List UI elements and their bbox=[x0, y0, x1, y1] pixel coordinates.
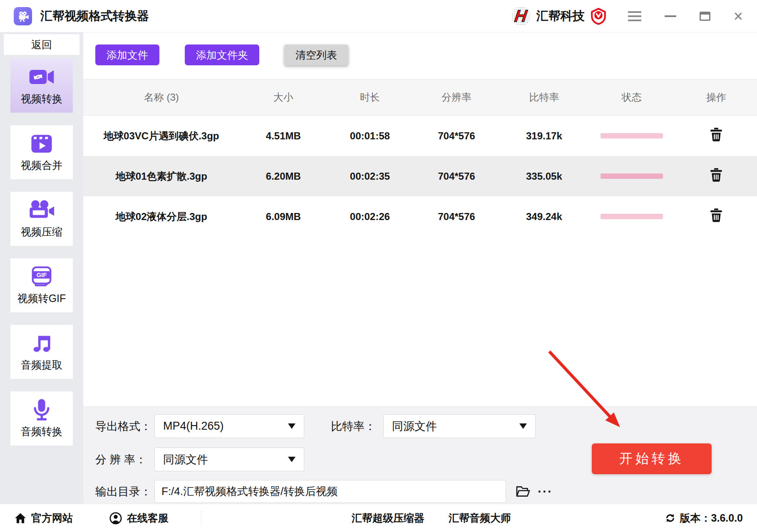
sidebar-item-label: 视频合并 bbox=[21, 158, 62, 172]
menu-icon[interactable] bbox=[628, 11, 641, 21]
progress-bar bbox=[601, 214, 663, 219]
start-convert-button[interactable]: 开始转换 bbox=[592, 443, 712, 474]
export-format-value: MP4(H.265) bbox=[163, 420, 224, 433]
browse-more-button[interactable]: ··· bbox=[538, 485, 553, 498]
delete-icon[interactable] bbox=[710, 168, 722, 182]
bitrate-select[interactable]: 同源文件 bbox=[383, 414, 536, 438]
video-merge-icon bbox=[30, 132, 53, 155]
sidebar-item-label: 视频压缩 bbox=[21, 225, 62, 239]
footer-bar: 官方网站 在线客服 汇帮超级压缩器 汇帮音频大师 版本：3.6.0.0 bbox=[0, 504, 757, 532]
verified-shield-icon bbox=[591, 7, 606, 25]
chevron-down-icon bbox=[288, 423, 295, 429]
super-compressor-link[interactable]: 汇帮超级压缩器 bbox=[352, 511, 424, 525]
resolution-value: 同源文件 bbox=[163, 452, 208, 467]
footer-divider bbox=[201, 510, 201, 526]
output-dir-label: 输出目录： bbox=[95, 484, 154, 499]
header-resolution: 分辨率 bbox=[413, 91, 500, 104]
audio-master-link[interactable]: 汇帮音频大师 bbox=[449, 511, 511, 525]
cell-bitrate: 319.17k bbox=[500, 130, 588, 142]
app-icon bbox=[14, 7, 32, 25]
export-format-select[interactable]: MP4(H.265) bbox=[154, 414, 304, 438]
table-header: 名称 (3) 大小 时长 分辨率 比特率 状态 操作 bbox=[83, 79, 757, 116]
clear-list-button[interactable]: 清空列表 bbox=[284, 45, 348, 65]
refresh-icon bbox=[665, 512, 676, 524]
brand-name: 汇帮科技 bbox=[536, 8, 585, 25]
progress-bar bbox=[601, 173, 663, 179]
version-info: 版本：3.6.0.0 bbox=[665, 511, 743, 525]
header-duration: 时长 bbox=[327, 91, 413, 104]
customer-service-icon bbox=[109, 512, 122, 525]
toolbar: 添加文件 添加文件夹 清空列表 bbox=[83, 32, 757, 65]
header-status: 状态 bbox=[588, 91, 675, 104]
cell-resolution: 704*576 bbox=[413, 171, 500, 182]
cell-duration: 00:01:58 bbox=[327, 130, 413, 142]
audio-convert-icon bbox=[32, 398, 51, 421]
settings-panel: 导出格式： MP4(H.265) 比特率： 同源文件 分 辨 率： 同源文件 输… bbox=[83, 406, 757, 504]
cell-size: 6.20MB bbox=[240, 171, 327, 182]
header-bitrate: 比特率 bbox=[500, 91, 588, 104]
cell-resolution: 704*576 bbox=[413, 211, 500, 223]
chevron-down-icon bbox=[288, 457, 295, 462]
sidebar-item-label: 视频转GIF bbox=[17, 292, 66, 305]
sidebar-item-audio-convert[interactable]: 音频转换 bbox=[10, 391, 73, 445]
sidebar-item-video-merge[interactable]: 视频合并 bbox=[10, 125, 73, 179]
add-file-button[interactable]: 添加文件 bbox=[95, 45, 159, 65]
audio-extract-icon bbox=[31, 332, 52, 354]
chevron-down-icon bbox=[519, 423, 527, 429]
official-site-link[interactable]: 官方网站 bbox=[15, 511, 73, 525]
header-size: 大小 bbox=[240, 91, 327, 104]
sidebar-item-audio-extract[interactable]: 音频提取 bbox=[10, 325, 73, 379]
video-convert-icon bbox=[29, 66, 55, 88]
header-action: 操作 bbox=[675, 91, 757, 104]
sidebar: 返回 视频转换 bbox=[0, 32, 83, 504]
cell-duration: 00:02:26 bbox=[327, 211, 413, 223]
minimize-icon[interactable] bbox=[665, 15, 676, 17]
table-row[interactable]: 地球01色素扩散.3gp 6.20MB 00:02:35 704*576 335… bbox=[83, 156, 757, 196]
cell-size: 6.09MB bbox=[240, 211, 327, 223]
cell-bitrate: 335.05k bbox=[500, 171, 588, 182]
maximize-icon[interactable] bbox=[700, 12, 710, 21]
home-icon bbox=[15, 513, 26, 524]
cell-bitrate: 349.24k bbox=[500, 211, 588, 223]
output-dir-input[interactable]: F:/4.汇帮视频格式转换器/转换后视频 bbox=[154, 480, 506, 503]
export-format-label: 导出格式： bbox=[95, 419, 154, 434]
video-compress-icon bbox=[29, 199, 54, 221]
sidebar-item-video-convert[interactable]: 视频转换 bbox=[10, 59, 73, 113]
header-name: 名称 (3) bbox=[83, 91, 240, 104]
sidebar-item-video-to-gif[interactable]: GIF 视频转GIF bbox=[10, 258, 73, 312]
bitrate-label: 比特率： bbox=[331, 419, 376, 434]
table-row[interactable]: 地球03VC片遇到碘伏.3gp 4.51MB 00:01:58 704*576 … bbox=[83, 116, 757, 156]
movie-camera-glyph bbox=[17, 10, 29, 22]
brand-logo-icon: H bbox=[510, 5, 532, 27]
file-table: 名称 (3) 大小 时长 分辨率 比特率 状态 操作 地球03VC片遇到碘伏.3… bbox=[83, 79, 757, 237]
cell-name: 地球03VC片遇到碘伏.3gp bbox=[83, 129, 240, 143]
cell-size: 4.51MB bbox=[240, 130, 327, 142]
delete-icon[interactable] bbox=[710, 208, 722, 222]
cell-duration: 00:02:35 bbox=[327, 171, 413, 182]
cell-name: 地球02液体分层.3gp bbox=[83, 210, 240, 223]
bitrate-value: 同源文件 bbox=[392, 419, 437, 434]
delete-icon[interactable] bbox=[710, 128, 722, 141]
app-title: 汇帮视频格式转换器 bbox=[40, 8, 149, 25]
version-text: 版本：3.6.0.0 bbox=[680, 511, 743, 525]
cell-name: 地球01色素扩散.3gp bbox=[83, 170, 240, 183]
open-folder-icon[interactable] bbox=[516, 485, 530, 497]
close-icon[interactable]: × bbox=[734, 8, 743, 24]
add-folder-button[interactable]: 添加文件夹 bbox=[185, 45, 259, 65]
back-button[interactable]: 返回 bbox=[4, 34, 79, 55]
resolution-label: 分 辨 率： bbox=[95, 452, 154, 467]
sidebar-item-video-compress[interactable]: 视频压缩 bbox=[10, 192, 73, 246]
video-to-gif-icon: GIF bbox=[31, 265, 52, 288]
table-row[interactable]: 地球02液体分层.3gp 6.09MB 00:02:26 704*576 349… bbox=[83, 196, 757, 237]
resolution-select[interactable]: 同源文件 bbox=[154, 448, 304, 471]
svg-text:GIF: GIF bbox=[37, 272, 47, 278]
online-service-link[interactable]: 在线客服 bbox=[109, 511, 169, 525]
cell-resolution: 704*576 bbox=[413, 130, 500, 142]
sidebar-item-label: 音频提取 bbox=[21, 358, 62, 372]
sidebar-item-label: 音频转换 bbox=[21, 425, 62, 438]
progress-bar bbox=[601, 133, 663, 139]
title-bar: 汇帮视频格式转换器 H 汇帮科技 × bbox=[0, 0, 757, 32]
sidebar-item-label: 视频转换 bbox=[21, 92, 62, 106]
main-panel: 添加文件 添加文件夹 清空列表 名称 (3) 大小 时长 分辨率 比特率 状态 … bbox=[83, 32, 757, 504]
